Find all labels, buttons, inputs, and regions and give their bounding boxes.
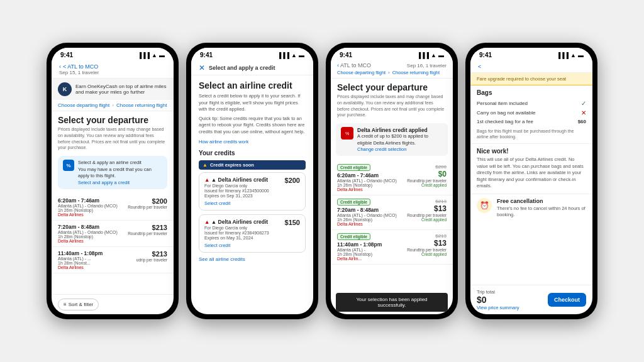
promo-logo: K [58, 82, 72, 96]
p2-main-content: Select an airline credit Select a credit… [191, 75, 313, 314]
phone-1: 9:41 ▐▐▐ ▲ ▬ ‹ < ATL to MCO Sep 15, 1 tr… [47, 43, 179, 319]
bag-price-2: $60 [578, 119, 586, 124]
chevron-left-icon: ‹ [59, 63, 61, 70]
promo-text: Earn OneKeyCash on top of airline miles … [75, 84, 167, 95]
credit-card-sub2-0: Issued for Itinerary #1234500000 [204, 189, 269, 193]
phone-4: 9:41 ▐▐▐ ▲ ▬ < Fare upgrade required to … [465, 43, 597, 319]
flight-price-1-1: $213 Roundtrip per traveler [128, 224, 167, 236]
delta-triangle-0: ▲ [204, 177, 209, 183]
signal-icon-3: ▐▐▐ [417, 52, 429, 58]
clock-icon: ⏰ [477, 198, 492, 213]
credit-card-header-1: ▲ ▲ Delta Airlines credit For Diego Garc… [204, 219, 300, 240]
bag-label-1: Carry on bag not available [477, 110, 535, 116]
status-icons-3: ▐▐▐ ▲ ▬ [417, 52, 444, 58]
credit-link[interactable]: Select and apply a credit [78, 180, 162, 185]
phones-container: 9:41 ▐▐▐ ▲ ▬ ‹ < ATL to MCO Sep 15, 1 tr… [34, 30, 610, 332]
credit-text: Select & apply an airline credit [78, 160, 162, 167]
p2-header: ✕ Select and apply a credit [191, 60, 313, 75]
flight-price-3-0: $200 $0 Roundtrip per traveler Credit ap… [407, 164, 447, 187]
delta-applied-text: A credit of up to $200 is applied to eli… [357, 133, 443, 146]
p2-main-title: Select an airline credit [199, 80, 306, 90]
flight-item-3-2[interactable]: Credit eligible 11:40am - 1:08pm Atlanta… [331, 230, 453, 265]
flight-left-3-0: Credit eligible 6:20am - 7:46am Atlanta … [337, 164, 397, 192]
back-button-1[interactable]: ‹ < ATL to MCO [59, 63, 166, 70]
flight-item-3-1[interactable]: Credit eligible 7:20am - 8:48am Atlanta … [331, 195, 453, 230]
credit-card-sub1-0: For Diego Garcia only [204, 184, 269, 188]
free-cancel-info: Free cancellation There's no fee to canc… [497, 198, 586, 219]
trip-total-info: Trip total $0 View price summary [477, 289, 519, 310]
bag-row-1: Carry on bag not available ✕ [477, 108, 586, 118]
breadcrumb-step1[interactable]: Choose departing flight [58, 102, 109, 108]
credit-eligible-badge-0: Credit eligible [337, 164, 370, 171]
battery-icon-3: ▬ [438, 52, 444, 58]
phone-3-content: ‹ ATL to MCO Sep 16, 1 traveler Choose d… [331, 60, 453, 314]
phone-3-screen: 9:41 ▐▐▐ ▲ ▬ ‹ ATL to MCO Sep 16, 1 trav… [331, 48, 453, 314]
expiry-text: Credit expires soon [210, 162, 254, 168]
credit-eligible-badge-2: Credit eligible [337, 233, 370, 240]
checkout-button[interactable]: Checkout [548, 293, 586, 307]
p2-desc: Select a credit below to apply it to you… [199, 93, 306, 113]
flight-item-1-2[interactable]: 11:40am - 1:08pm Atlanta (ATL) - ... 1h … [52, 247, 174, 273]
nice-work-title: Nice work! [477, 148, 586, 155]
credit-card-sub1-1: For Diego Garcia only [204, 226, 269, 230]
bag-row-0: Personal item included ✓ [477, 99, 586, 108]
time-4: 9:41 [479, 52, 492, 58]
flight-left-1-2: 11:40am - 1:08pm Atlanta (ATL) - ... 1h … [58, 250, 103, 270]
select-credit-link-1[interactable]: Select credit [204, 243, 300, 248]
credit-card-price-1: $150 [285, 219, 300, 226]
status-icons-2: ▐▐▐ ▲ ▬ [277, 52, 304, 58]
credit-expiry-badge: ▲ Credit expires soon [199, 160, 306, 170]
bag-label-0: Personal item included [477, 101, 528, 106]
credit-card-sub2-1: Issued for Itinerary #2384908273 [204, 231, 269, 235]
breadcrumb-1: Choose departing flight › Choose returni… [52, 100, 174, 111]
phone-1-screen: 9:41 ▐▐▐ ▲ ▬ ‹ < ATL to MCO Sep 15, 1 tr… [52, 48, 174, 314]
see-all-credits-link[interactable]: See all airline credits [199, 256, 306, 262]
credit-card-name-0: ▲ ▲ Delta Airlines credit [204, 177, 269, 183]
breadcrumb-step2[interactable]: Choose returning flight [116, 102, 167, 108]
delta-icon: % [341, 127, 353, 140]
credit-card-info-1: ▲ ▲ Delta Airlines credit For Diego Garc… [204, 219, 269, 240]
nice-work-section: Nice work! This will use all of your Del… [470, 144, 592, 194]
battery-icon-4: ▬ [578, 52, 584, 58]
credit-card-1: ▲ ▲ Delta Airlines credit For Diego Garc… [199, 214, 306, 253]
back-button-3[interactable]: ‹ ATL to MCO [337, 62, 371, 69]
bag-note: Bags for this flight must be purchased t… [477, 128, 586, 140]
breadcrumb-step1-3[interactable]: Choose departing flight [337, 70, 386, 75]
change-credit-link[interactable]: Change credit selection [357, 146, 443, 152]
signal-icon: ▐▐▐ [138, 52, 150, 58]
sort-filter-button[interactable]: ≡ Sort & filter [58, 299, 99, 310]
flight-item-1-0[interactable]: 6:20am - 7:46am Atlanta (ATL) - Orlando … [52, 194, 174, 221]
airline-credits-link[interactable]: How airline credits work [199, 139, 306, 145]
flight-left-3-2: Credit eligible 11:40am - 1:08pm Atlanta… [337, 233, 382, 261]
flight-item-3-0[interactable]: Credit eligible 6:20am - 7:46am Atlanta … [331, 161, 453, 195]
close-button-2[interactable]: ✕ [199, 63, 205, 72]
signal-icon-2: ▐▐▐ [277, 52, 289, 58]
filter-icon: ≡ [64, 302, 67, 307]
promo-banner: K Earn OneKeyCash on top of airline mile… [52, 79, 174, 100]
credit-eligible-badge-1: Credit eligible [337, 199, 370, 206]
p1-subtitle: Sep 15, 1 traveler [59, 70, 166, 75]
flight-price-1-2: $213 udrip per traveler [136, 250, 167, 262]
page-desc-1: Prices displayed include taxes and may c… [52, 126, 174, 153]
bag-row-2: 1st checked bag for a fee $60 [477, 118, 586, 126]
flight-item-1-1[interactable]: 7:20am - 8:48am Atlanta (ATL) - Orlando … [52, 221, 174, 247]
time-1: 9:41 [60, 52, 73, 58]
back-button-4[interactable]: < [478, 63, 585, 70]
breadcrumb-step2-3[interactable]: Choose returning flight [392, 70, 440, 75]
status-bar-1: 9:41 ▐▐▐ ▲ ▬ [52, 48, 174, 60]
bags-section: Bags Personal item included ✓ Carry on b… [470, 85, 592, 144]
time-2: 9:41 [200, 52, 213, 58]
phone-3: 9:41 ▐▐▐ ▲ ▬ ‹ ATL to MCO Sep 16, 1 trav… [326, 43, 458, 319]
flight-left-1-0: 6:20am - 7:46am Atlanta (ATL) - Orlando … [58, 197, 118, 217]
status-bar-2: 9:41 ▐▐▐ ▲ ▬ [191, 48, 313, 60]
page-desc-3: Prices displayed include taxes and may c… [331, 94, 453, 121]
phone-4-screen: 9:41 ▐▐▐ ▲ ▬ < Fare upgrade required to … [470, 48, 592, 314]
flight-price-3-2: $213 $13 Roundtrip per traveler Credit a… [407, 233, 447, 256]
chevron-left-icon-4: < [478, 63, 481, 70]
phone-2-screen: 9:41 ▐▐▐ ▲ ▬ ✕ Select and apply a credit… [191, 48, 313, 314]
select-credit-link-0[interactable]: Select credit [204, 200, 300, 206]
credit-subtext: You may have a credit that you can apply… [78, 167, 162, 180]
breadcrumb-3: Choose departing flight › Choose returni… [337, 69, 447, 75]
view-price-summary-link[interactable]: View price summary [477, 305, 519, 310]
p3-title-row: ‹ ATL to MCO Sep 16, 1 traveler [337, 62, 447, 69]
